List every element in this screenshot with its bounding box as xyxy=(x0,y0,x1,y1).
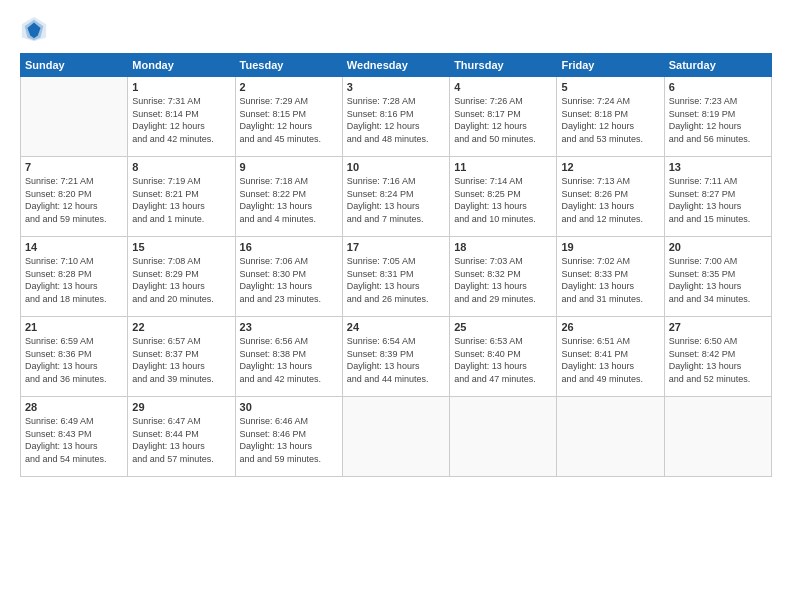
day-number: 20 xyxy=(669,241,767,253)
daylight-hours-text: Daylight: 13 hours xyxy=(454,200,552,213)
sunset-text: Sunset: 8:25 PM xyxy=(454,188,552,201)
day-info: Sunrise: 7:05 AMSunset: 8:31 PMDaylight:… xyxy=(347,255,445,305)
sunrise-text: Sunrise: 7:21 AM xyxy=(25,175,123,188)
day-cell: 4Sunrise: 7:26 AMSunset: 8:17 PMDaylight… xyxy=(450,77,557,157)
daylight-minutes-text: and and 26 minutes. xyxy=(347,293,445,306)
day-cell: 9Sunrise: 7:18 AMSunset: 8:22 PMDaylight… xyxy=(235,157,342,237)
sunrise-text: Sunrise: 6:49 AM xyxy=(25,415,123,428)
daylight-minutes-text: and and 47 minutes. xyxy=(454,373,552,386)
daylight-hours-text: Daylight: 13 hours xyxy=(454,360,552,373)
day-cell: 21Sunrise: 6:59 AMSunset: 8:36 PMDayligh… xyxy=(21,317,128,397)
daylight-hours-text: Daylight: 13 hours xyxy=(132,360,230,373)
sunset-text: Sunset: 8:20 PM xyxy=(25,188,123,201)
week-row-4: 21Sunrise: 6:59 AMSunset: 8:36 PMDayligh… xyxy=(21,317,772,397)
day-number: 30 xyxy=(240,401,338,413)
day-number: 1 xyxy=(132,81,230,93)
sunset-text: Sunset: 8:43 PM xyxy=(25,428,123,441)
daylight-hours-text: Daylight: 13 hours xyxy=(132,440,230,453)
day-number: 10 xyxy=(347,161,445,173)
daylight-hours-text: Daylight: 13 hours xyxy=(561,200,659,213)
week-row-1: 1Sunrise: 7:31 AMSunset: 8:14 PMDaylight… xyxy=(21,77,772,157)
daylight-minutes-text: and and 52 minutes. xyxy=(669,373,767,386)
daylight-hours-text: Daylight: 13 hours xyxy=(347,360,445,373)
sunset-text: Sunset: 8:35 PM xyxy=(669,268,767,281)
daylight-hours-text: Daylight: 13 hours xyxy=(347,280,445,293)
day-number: 19 xyxy=(561,241,659,253)
sunset-text: Sunset: 8:32 PM xyxy=(454,268,552,281)
sunrise-text: Sunrise: 7:29 AM xyxy=(240,95,338,108)
daylight-minutes-text: and and 34 minutes. xyxy=(669,293,767,306)
day-number: 15 xyxy=(132,241,230,253)
daylight-minutes-text: and and 20 minutes. xyxy=(132,293,230,306)
day-cell: 5Sunrise: 7:24 AMSunset: 8:18 PMDaylight… xyxy=(557,77,664,157)
day-cell: 8Sunrise: 7:19 AMSunset: 8:21 PMDaylight… xyxy=(128,157,235,237)
sunrise-text: Sunrise: 7:00 AM xyxy=(669,255,767,268)
day-cell: 26Sunrise: 6:51 AMSunset: 8:41 PMDayligh… xyxy=(557,317,664,397)
daylight-hours-text: Daylight: 13 hours xyxy=(561,280,659,293)
day-info: Sunrise: 6:53 AMSunset: 8:40 PMDaylight:… xyxy=(454,335,552,385)
day-info: Sunrise: 7:28 AMSunset: 8:16 PMDaylight:… xyxy=(347,95,445,145)
daylight-hours-text: Daylight: 13 hours xyxy=(669,280,767,293)
calendar-body: 1Sunrise: 7:31 AMSunset: 8:14 PMDaylight… xyxy=(21,77,772,477)
sunset-text: Sunset: 8:41 PM xyxy=(561,348,659,361)
sunrise-text: Sunrise: 6:57 AM xyxy=(132,335,230,348)
day-cell xyxy=(450,397,557,477)
sunset-text: Sunset: 8:39 PM xyxy=(347,348,445,361)
sunset-text: Sunset: 8:36 PM xyxy=(25,348,123,361)
daylight-hours-text: Daylight: 13 hours xyxy=(669,360,767,373)
sunset-text: Sunset: 8:14 PM xyxy=(132,108,230,121)
day-info: Sunrise: 6:54 AMSunset: 8:39 PMDaylight:… xyxy=(347,335,445,385)
day-cell: 15Sunrise: 7:08 AMSunset: 8:29 PMDayligh… xyxy=(128,237,235,317)
daylight-hours-text: Daylight: 12 hours xyxy=(454,120,552,133)
daylight-minutes-text: and and 53 minutes. xyxy=(561,133,659,146)
sunset-text: Sunset: 8:21 PM xyxy=(132,188,230,201)
day-cell: 16Sunrise: 7:06 AMSunset: 8:30 PMDayligh… xyxy=(235,237,342,317)
sunset-text: Sunset: 8:42 PM xyxy=(669,348,767,361)
day-info: Sunrise: 7:02 AMSunset: 8:33 PMDaylight:… xyxy=(561,255,659,305)
sunset-text: Sunset: 8:18 PM xyxy=(561,108,659,121)
daylight-minutes-text: and and 48 minutes. xyxy=(347,133,445,146)
daylight-hours-text: Daylight: 13 hours xyxy=(25,360,123,373)
sunset-text: Sunset: 8:37 PM xyxy=(132,348,230,361)
daylight-hours-text: Daylight: 13 hours xyxy=(25,280,123,293)
day-number: 23 xyxy=(240,321,338,333)
sunset-text: Sunset: 8:19 PM xyxy=(669,108,767,121)
daylight-minutes-text: and and 50 minutes. xyxy=(454,133,552,146)
daylight-hours-text: Daylight: 12 hours xyxy=(25,200,123,213)
daylight-hours-text: Daylight: 13 hours xyxy=(347,200,445,213)
sunrise-text: Sunrise: 7:16 AM xyxy=(347,175,445,188)
sunrise-text: Sunrise: 6:56 AM xyxy=(240,335,338,348)
daylight-minutes-text: and and 57 minutes. xyxy=(132,453,230,466)
sunset-text: Sunset: 8:44 PM xyxy=(132,428,230,441)
day-number: 9 xyxy=(240,161,338,173)
calendar-header: SundayMondayTuesdayWednesdayThursdayFrid… xyxy=(21,54,772,77)
day-info: Sunrise: 6:50 AMSunset: 8:42 PMDaylight:… xyxy=(669,335,767,385)
daylight-minutes-text: and and 23 minutes. xyxy=(240,293,338,306)
day-cell: 13Sunrise: 7:11 AMSunset: 8:27 PMDayligh… xyxy=(664,157,771,237)
day-info: Sunrise: 7:03 AMSunset: 8:32 PMDaylight:… xyxy=(454,255,552,305)
page: SundayMondayTuesdayWednesdayThursdayFrid… xyxy=(0,0,792,612)
daylight-minutes-text: and and 39 minutes. xyxy=(132,373,230,386)
day-cell: 12Sunrise: 7:13 AMSunset: 8:26 PMDayligh… xyxy=(557,157,664,237)
daylight-minutes-text: and and 45 minutes. xyxy=(240,133,338,146)
sunrise-text: Sunrise: 7:05 AM xyxy=(347,255,445,268)
day-cell: 14Sunrise: 7:10 AMSunset: 8:28 PMDayligh… xyxy=(21,237,128,317)
daylight-minutes-text: and and 36 minutes. xyxy=(25,373,123,386)
daylight-minutes-text: and and 31 minutes. xyxy=(561,293,659,306)
daylight-hours-text: Daylight: 13 hours xyxy=(669,200,767,213)
day-cell: 10Sunrise: 7:16 AMSunset: 8:24 PMDayligh… xyxy=(342,157,449,237)
day-info: Sunrise: 6:47 AMSunset: 8:44 PMDaylight:… xyxy=(132,415,230,465)
daylight-minutes-text: and and 7 minutes. xyxy=(347,213,445,226)
sunset-text: Sunset: 8:30 PM xyxy=(240,268,338,281)
daylight-minutes-text: and and 42 minutes. xyxy=(132,133,230,146)
day-of-week-sunday: Sunday xyxy=(21,54,128,77)
sunrise-text: Sunrise: 7:14 AM xyxy=(454,175,552,188)
day-info: Sunrise: 7:06 AMSunset: 8:30 PMDaylight:… xyxy=(240,255,338,305)
daylight-hours-text: Daylight: 12 hours xyxy=(132,120,230,133)
daylight-hours-text: Daylight: 13 hours xyxy=(454,280,552,293)
day-number: 5 xyxy=(561,81,659,93)
day-info: Sunrise: 6:57 AMSunset: 8:37 PMDaylight:… xyxy=(132,335,230,385)
sunset-text: Sunset: 8:38 PM xyxy=(240,348,338,361)
day-cell: 2Sunrise: 7:29 AMSunset: 8:15 PMDaylight… xyxy=(235,77,342,157)
day-number: 13 xyxy=(669,161,767,173)
